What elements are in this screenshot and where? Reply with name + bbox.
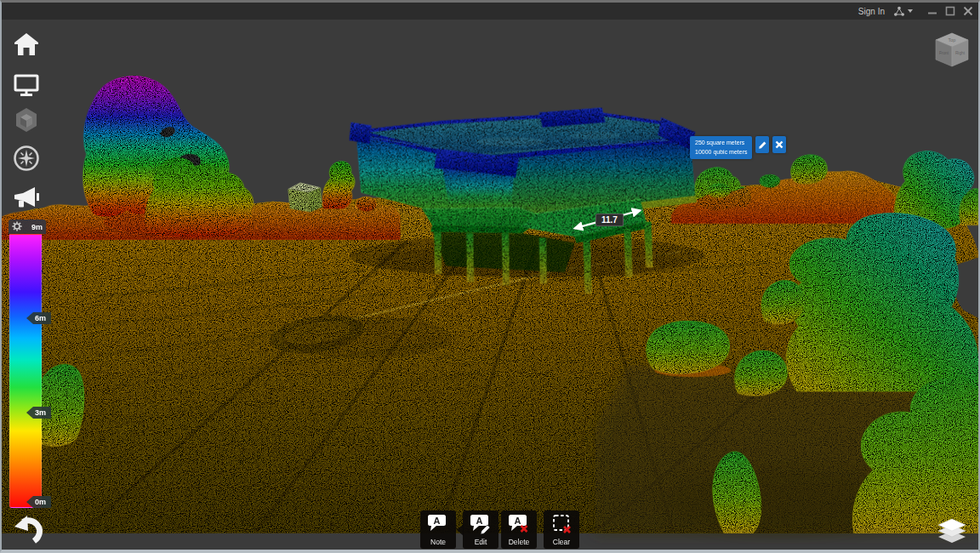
note-button-label: Note: [430, 538, 446, 546]
chevron-down-icon: [908, 9, 913, 13]
delete-button-label: Delete: [509, 538, 530, 546]
sidebar-item-announce[interactable]: [10, 181, 43, 214]
annotation-toolbar: A Note A Edit A: [420, 510, 582, 549]
annotation-text: 250 square meters 10000 qubic meters: [690, 136, 752, 159]
annotation-edit-button[interactable]: [755, 136, 769, 153]
viewport: 9m 6m 3m 0m 250 square meters 10000 qubi…: [2, 20, 978, 550]
maximize-icon: [945, 6, 955, 16]
share-menu-button[interactable]: [893, 6, 913, 17]
layers-icon: [932, 510, 971, 547]
edit-button-label: Edit: [475, 538, 487, 546]
svg-text:Front: Front: [939, 51, 949, 55]
legend-tick-9m: 9m: [31, 223, 43, 231]
minimize-icon: [927, 6, 937, 16]
sign-in-button[interactable]: Sign In: [858, 7, 885, 16]
edit-note-button[interactable]: A Edit: [463, 510, 499, 549]
annotation-volume: 10000 qubic meters: [695, 148, 747, 157]
clear-selection-button[interactable]: Clear: [544, 510, 579, 549]
note-bubble-icon: A: [427, 514, 449, 534]
delete-note-icon: A: [508, 514, 530, 534]
view-cube-icon: Top Front Right: [927, 26, 977, 76]
point-cloud-scene[interactable]: [2, 20, 978, 550]
svg-text:A: A: [515, 516, 521, 526]
compass-icon: [12, 144, 41, 173]
legend-settings-button[interactable]: [12, 219, 22, 235]
cube-icon: [13, 106, 40, 134]
annotation-panel: 250 square meters 10000 qubic meters: [690, 136, 786, 159]
view-cube[interactable]: Top Front Right: [927, 26, 977, 76]
note-button[interactable]: A Note: [420, 510, 456, 549]
clear-button-label: Clear: [553, 538, 570, 546]
annotation-area: 250 square meters: [695, 139, 747, 148]
pencil-icon: [758, 140, 767, 150]
svg-text:A: A: [476, 516, 483, 526]
sidebar-item-model[interactable]: [10, 104, 43, 136]
app-window: Sign In: [0, 0, 980, 553]
monitor-icon: [13, 72, 40, 98]
sidebar-item-home[interactable]: [10, 28, 43, 60]
titlebar: Sign In: [2, 3, 978, 20]
legend-header: 9m: [9, 219, 46, 234]
svg-text:Top: Top: [949, 37, 956, 43]
undo-icon: [9, 511, 44, 547]
elevation-legend: 9m 6m 3m 0m: [9, 219, 46, 508]
network-icon: [893, 6, 905, 17]
gear-icon: [12, 221, 22, 231]
undo-button[interactable]: [9, 511, 44, 547]
annotation-close-button[interactable]: [772, 136, 786, 153]
sidebar-item-compass[interactable]: [10, 142, 43, 174]
close-button[interactable]: [962, 6, 973, 17]
close-icon: [963, 6, 973, 16]
maximize-button[interactable]: [944, 6, 955, 17]
svg-text:Right: Right: [955, 51, 966, 55]
measurement-value-badge[interactable]: 11.7: [595, 214, 624, 226]
megaphone-icon: [11, 184, 42, 211]
home-icon: [13, 31, 40, 57]
close-x-icon: [775, 140, 783, 149]
svg-text:A: A: [434, 516, 441, 526]
edit-note-icon: A: [470, 514, 492, 534]
elevation-gradient-bar: [9, 234, 42, 508]
layers-button[interactable]: [932, 510, 971, 547]
minimize-button[interactable]: [926, 6, 937, 17]
building: [350, 108, 706, 294]
clear-selection-icon: [550, 514, 573, 534]
delete-note-button[interactable]: A Delete: [501, 510, 537, 549]
sidebar-item-display[interactable]: [10, 69, 43, 101]
